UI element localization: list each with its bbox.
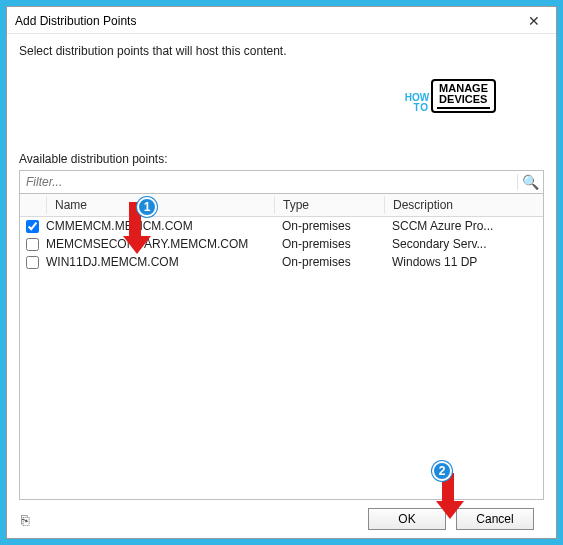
row-name: MEMCMSECONDARY.MEMCM.COM [46, 237, 274, 251]
table-row[interactable]: WIN11DJ.MEMCM.COM On-premises Windows 11… [20, 253, 543, 271]
filter-input[interactable] [20, 171, 517, 193]
dialog-title: Add Distribution Points [15, 14, 136, 28]
dialog-body: Select distribution points that will hos… [7, 34, 556, 538]
row-checkbox[interactable] [26, 256, 39, 269]
col-description[interactable]: Description [384, 196, 537, 214]
row-type: On-premises [274, 237, 384, 251]
watermark-logo: HOW TO MANAGE DEVICES [405, 79, 496, 113]
search-icon[interactable]: 🔍 [517, 174, 543, 190]
available-label: Available distribution points: [19, 152, 544, 166]
row-checkbox[interactable] [26, 220, 39, 233]
row-name: CMMEMCM.MEMCM.COM [46, 219, 274, 233]
logo-box: MANAGE DEVICES [431, 79, 496, 113]
col-name[interactable]: Name [46, 196, 274, 214]
row-checkbox[interactable] [26, 238, 39, 251]
row-description: Windows 11 DP [384, 255, 537, 269]
col-type[interactable]: Type [274, 196, 384, 214]
ok-button[interactable]: OK [368, 508, 446, 530]
cancel-button[interactable]: Cancel [456, 508, 534, 530]
row-name: WIN11DJ.MEMCM.COM [46, 255, 274, 269]
table-row[interactable]: CMMEMCM.MEMCM.COM On-premises SCCM Azure… [20, 217, 543, 235]
row-type: On-premises [274, 219, 384, 233]
titlebar: Add Distribution Points ✕ [7, 7, 556, 34]
annotation-badge-1: 1 [137, 197, 157, 217]
instruction-text: Select distribution points that will hos… [19, 44, 544, 58]
filter-row: 🔍 [19, 170, 544, 194]
list-header: Name Type Description [20, 194, 543, 217]
add-distribution-points-dialog: Add Distribution Points ✕ Select distrib… [6, 6, 557, 539]
close-icon[interactable]: ✕ [520, 13, 548, 29]
annotation-badge-2: 2 [432, 461, 452, 481]
table-row[interactable]: MEMCMSECONDARY.MEMCM.COM On-premises Sec… [20, 235, 543, 253]
row-description: SCCM Azure Pro... [384, 219, 537, 233]
row-type: On-premises [274, 255, 384, 269]
row-description: Secondary Serv... [384, 237, 537, 251]
corner-icon[interactable]: ⎘ [21, 512, 29, 528]
button-bar: OK Cancel [19, 500, 544, 538]
dp-list: Name Type Description CMMEMCM.MEMCM.COM … [19, 194, 544, 500]
logo-left: HOW TO [405, 93, 429, 113]
